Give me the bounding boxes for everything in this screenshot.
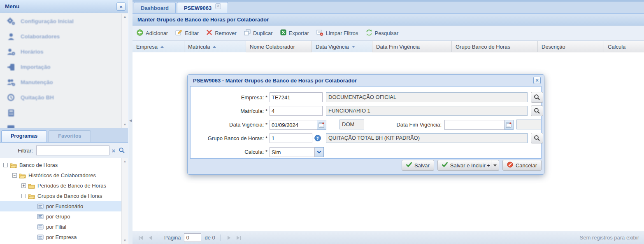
menu-item-quitacao-bh[interactable]: Quitação BH [0,90,121,105]
close-dialog-icon[interactable]: ✕ [533,77,541,84]
tree-node-por-funcionario[interactable]: por Funcionário [0,201,121,211]
menu-item-horarios[interactable]: Horários [0,44,121,59]
help-icon[interactable]: ? [314,135,321,141]
tree-scrollbar[interactable]: ▲ ▼ [121,158,128,244]
column-header-grupo-banco-horas[interactable]: Grupo Banco de Horas [452,41,538,52]
scroll-down-icon[interactable]: ▼ [122,122,128,128]
left-tabbar: Programas Favoritos [0,128,128,143]
save-options-dropdown-icon[interactable] [491,160,499,171]
scroll-up-icon[interactable]: ▲ [122,14,128,20]
first-page-icon[interactable] [137,235,144,241]
empresa-label: Empresa: * [191,94,267,101]
person-clock-icon [6,48,16,56]
column-header-empresa[interactable]: Empresa [133,41,184,52]
menu-panel: Menu « Configuração Inicial Colaboradore… [0,0,128,244]
person-icon [6,33,16,41]
delete-button[interactable]: Remover [206,29,237,37]
column-header-matricula[interactable]: Matrícula [184,41,246,52]
matricula-input[interactable] [270,106,323,116]
date-picker-icon[interactable] [317,120,326,130]
save-button[interactable]: Salvar [402,160,434,171]
tree-node-historicos[interactable]: − Históricos de Colaboradores [0,170,121,181]
chevron-down-icon[interactable] [315,147,324,157]
data-fim-vigencia-label: Data Fim Vigência: [351,122,442,128]
column-header-data-vigencia[interactable]: Data Vigência [312,41,372,52]
scroll-down-icon[interactable]: ▼ [122,237,128,244]
tree-node-por-empresa[interactable]: por Empresa [0,232,121,242]
search-button[interactable]: Pesquisar [366,29,399,37]
add-button[interactable]: Adicionar [137,29,168,37]
splitter-collapse-icon[interactable]: ◀ [129,119,132,122]
menu-item-partial[interactable] [0,120,121,128]
menu-scrollbar[interactable]: ▲ ▼ [121,14,128,128]
close-tab-icon[interactable]: ✕ [215,3,221,9]
prev-page-icon[interactable] [147,235,154,241]
empresa-description-field: DOCUMENTAÇÃO OFICIAL [326,92,528,102]
collapse-node-icon[interactable]: − [21,194,26,198]
empresa-lookup-button[interactable] [531,92,543,103]
tree-node-grupos[interactable]: − Grupos de Banco de Horas [0,191,121,201]
menu-item-label: Colaboradores [21,33,60,40]
tree-node-label: Banco de Horas [19,162,58,168]
column-header-calcula[interactable]: Calcula [604,41,644,52]
add-icon [137,29,143,37]
tree-node-banco-de-horas[interactable]: − Banco de Horas [0,160,121,170]
data-vigencia-input[interactable] [270,120,317,130]
grupo-banco-horas-input[interactable] [270,133,312,143]
program-tree: − Banco de Horas − Históricos de Colabor… [0,158,128,244]
export-button[interactable]: Exportar [280,29,309,37]
menu-item-importacao[interactable]: Importação [0,59,121,75]
matricula-description-field: FUNCIONARIO 1 [326,106,528,116]
next-page-icon[interactable] [226,235,232,241]
filter-label: Filtrar: [0,148,36,154]
last-page-icon[interactable] [235,235,242,241]
toolbar-separator [159,235,159,241]
menu-item-label: Importação [21,64,51,70]
tab-dashboard[interactable]: Dashboard [134,2,176,13]
collapse-node-icon[interactable]: − [12,173,17,178]
collapse-panel-button[interactable]: « [116,2,126,11]
menu-item-calculo[interactable] [0,105,121,120]
duplicate-button[interactable]: Duplicar [244,29,273,37]
dialog-header[interactable]: PSEW9063 - Manter Grupos de Banco de Hor… [188,75,544,86]
collapse-node-icon[interactable]: − [3,163,8,167]
calcula-combobox[interactable] [270,147,315,157]
tree-node-por-grupo[interactable]: por Grupo [0,211,121,222]
cancel-button[interactable]: Cancelar [502,160,542,171]
menu-item-colaboradores[interactable]: Colaboradores [0,29,121,44]
tab-favoritos[interactable]: Favoritos [49,130,91,142]
column-header-nome-colaborador[interactable]: Nome Colaborador [246,41,312,52]
clear-filters-button[interactable]: Limpar Filtros [316,29,358,37]
panel-icon [6,124,16,129]
data-fim-vigencia-input[interactable] [444,120,505,130]
filter-input[interactable] [36,145,109,155]
column-header-descricao[interactable]: Descrição [538,41,604,52]
empresa-input[interactable] [270,92,323,102]
tab-psew9063[interactable]: PSEW9063 ✕ [177,2,228,13]
panel-splitter[interactable]: ◀ [129,0,133,244]
tab-programas[interactable]: Programas [1,130,47,142]
tree-node-periodos[interactable]: + Períodos de Banco de Horas [0,181,121,191]
tab-label: PSEW9063 [184,3,212,13]
calculator-icon [6,109,16,117]
column-header-data-fim-vigencia[interactable]: Data Fim Vigência [372,41,452,52]
scroll-up-icon[interactable]: ▲ [122,158,128,165]
date-picker-icon[interactable] [505,120,514,130]
edit-icon [175,29,182,37]
expand-node-icon[interactable]: + [21,183,26,188]
panel-title-bar: Manter Grupos de Banco de Horas por Cola… [133,14,644,26]
folder-closed-icon [28,183,35,189]
matricula-lookup-button[interactable] [531,106,543,116]
save-and-add-button[interactable]: Salvar e Incluir + [437,160,495,171]
menu-item-configuracao-inicial[interactable]: Configuração Inicial [0,14,121,29]
grupo-lookup-button[interactable] [531,133,543,143]
check-icon [442,162,448,169]
tree-node-por-filial[interactable]: por Filial [0,222,121,232]
clear-filter-icon[interactable]: × [109,147,118,154]
search-icon[interactable] [118,147,126,154]
menu-item-manutencao[interactable]: Manutenção [0,75,121,90]
edit-button[interactable]: Editar [175,29,199,37]
tree-node-label: Grupos de Banco de Horas [37,193,102,199]
dialog-title: PSEW9063 - Manter Grupos de Banco de Hor… [193,77,533,84]
page-number-input[interactable] [184,233,201,242]
